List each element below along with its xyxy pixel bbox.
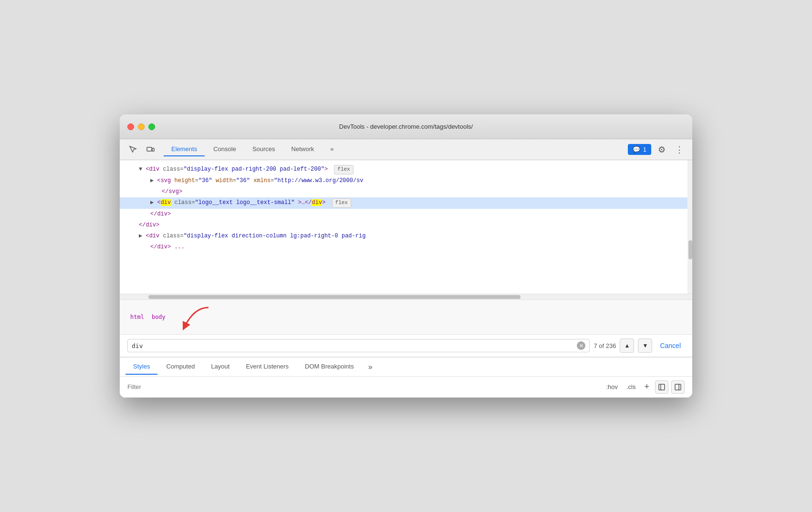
dom-line[interactable]: ▶ <svg height="36" width="36" xmlns="htt… xyxy=(120,175,692,186)
tab-event-listeners[interactable]: Event Listeners xyxy=(238,359,296,375)
horizontal-scrollbar[interactable] xyxy=(120,294,692,299)
tab-console[interactable]: Console xyxy=(206,143,244,156)
tab-elements[interactable]: Elements xyxy=(164,143,205,156)
tab-styles[interactable]: Styles xyxy=(125,359,157,375)
svg-rect-4 xyxy=(675,384,681,390)
flex-badge[interactable]: flex xyxy=(334,165,353,174)
clear-search-button[interactable]: ✕ xyxy=(577,341,585,350)
dom-line[interactable]: </div> xyxy=(120,209,692,220)
tab-network[interactable]: Network xyxy=(284,143,322,156)
search-input-wrap: ✕ xyxy=(127,339,590,352)
tab-computed[interactable]: Computed xyxy=(158,359,202,375)
feedback-icon: 💬 xyxy=(633,146,640,153)
close-button[interactable] xyxy=(127,123,134,130)
device-toggle-button[interactable] xyxy=(143,142,158,157)
toolbar-right: 💬 1 ⚙ ⋮ xyxy=(628,143,687,157)
toggle-sidebar-button[interactable] xyxy=(655,380,668,394)
styles-panel: Styles Computed Layout Event Listeners D… xyxy=(120,357,692,398)
triangle-icon: ▶ xyxy=(150,177,154,184)
dom-line[interactable]: </div> ... xyxy=(120,242,692,253)
window-title: DevTools - developer.chrome.com/tags/dev… xyxy=(339,123,473,130)
title-bar: DevTools - developer.chrome.com/tags/dev… xyxy=(120,114,692,139)
scroll-thumb[interactable] xyxy=(688,240,692,259)
search-bar: ✕ 7 of 236 ▲ ▼ Cancel xyxy=(120,335,692,357)
search-input[interactable] xyxy=(132,342,574,349)
h-scroll-thumb[interactable] xyxy=(148,295,521,299)
triangle-icon: ▶ xyxy=(139,233,142,239)
styles-more-tabs-icon[interactable]: » xyxy=(364,361,376,373)
breadcrumb-bar: html body xyxy=(120,299,692,335)
vertical-scrollbar[interactable] xyxy=(687,160,692,294)
more-tabs-icon: » xyxy=(330,145,333,153)
tab-bar: Elements Console Sources Network » xyxy=(164,143,626,156)
filter-input[interactable] xyxy=(127,383,599,390)
svg-rect-0 xyxy=(147,147,152,151)
flex-badge[interactable]: flex xyxy=(332,198,351,208)
minimize-button[interactable] xyxy=(138,123,145,130)
triangle-icon: ▶ xyxy=(150,199,154,206)
styles-tabs: Styles Computed Layout Event Listeners D… xyxy=(120,358,692,377)
filter-actions: :hov .cls + xyxy=(603,380,685,394)
dom-line[interactable]: </svg> xyxy=(120,186,692,197)
search-next-button[interactable]: ▼ xyxy=(638,338,652,353)
svg-rect-1 xyxy=(152,148,154,151)
devtools-window: DevTools - developer.chrome.com/tags/dev… xyxy=(120,114,692,398)
tab-more[interactable]: » xyxy=(323,143,341,156)
tab-dom-breakpoints[interactable]: DOM Breakpoints xyxy=(297,359,362,375)
main-toolbar: Elements Console Sources Network » 💬 1 ⚙… xyxy=(120,139,692,160)
filter-bar: :hov .cls + xyxy=(120,377,692,398)
svg-rect-2 xyxy=(659,384,665,390)
breadcrumb-html[interactable]: html xyxy=(127,313,147,321)
computed-sidebar-button[interactable] xyxy=(671,380,685,394)
tab-layout[interactable]: Layout xyxy=(203,359,237,375)
more-options-icon[interactable]: ⋮ xyxy=(672,143,687,157)
dom-line[interactable]: ▼ <div class="display-flex pad-right-200… xyxy=(120,164,692,175)
annotation-arrow xyxy=(175,303,213,331)
dom-line[interactable]: ▶ <div class="display-flex direction-col… xyxy=(120,231,692,242)
triangle-icon: ▼ xyxy=(139,166,142,173)
maximize-button[interactable] xyxy=(148,123,155,130)
traffic-lights xyxy=(127,123,155,130)
inspect-element-button[interactable] xyxy=(125,142,141,157)
hov-button[interactable]: :hov xyxy=(603,382,621,391)
feedback-count: 1 xyxy=(643,146,646,153)
settings-icon[interactable]: ⚙ xyxy=(655,143,668,157)
search-cancel-button[interactable]: Cancel xyxy=(656,340,685,351)
breadcrumb-body[interactable]: body xyxy=(149,313,168,321)
dom-panel: ▼ <div class="display-flex pad-right-200… xyxy=(120,160,692,294)
feedback-button[interactable]: 💬 1 xyxy=(628,144,651,155)
tab-sources[interactable]: Sources xyxy=(245,143,283,156)
dom-line-selected[interactable]: ▶ <div class="logo__text logo__text-smal… xyxy=(120,197,692,209)
dom-line[interactable]: </div> xyxy=(120,220,692,231)
add-style-rule-button[interactable]: + xyxy=(641,381,652,393)
search-prev-button[interactable]: ▲ xyxy=(620,338,634,353)
cls-button[interactable]: .cls xyxy=(624,382,639,391)
search-count: 7 of 236 xyxy=(593,342,616,349)
